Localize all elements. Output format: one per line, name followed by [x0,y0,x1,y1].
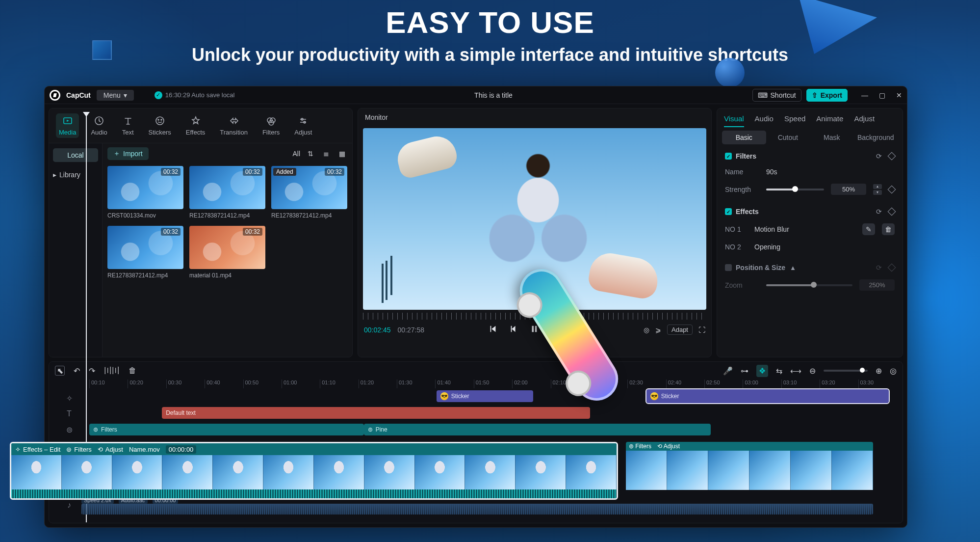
snapshot-button[interactable]: ◎ [644,326,649,334]
tab-stickers[interactable]: Stickers [146,113,174,138]
inspector-subtab-background[interactable]: Background [854,131,898,144]
zoom-in-button[interactable]: ⊕ [876,366,882,376]
inspector-tab-animate[interactable]: Animate [816,114,843,123]
right-clip-header[interactable]: ⊚ Filters ⟲ Adjust [626,442,873,451]
lane-icon-text[interactable]: T [49,406,89,422]
inspector-tab-visual[interactable]: Visual [724,114,744,123]
main-area: Media Audio Text Stickers Effects [45,104,907,357]
library-tab-local[interactable]: Local [53,148,98,162]
library-tab-library[interactable]: ▸ Library [53,171,98,179]
scope-button[interactable]: ⩾ [655,326,661,334]
zoom-value[interactable]: 250% [859,279,895,291]
shortcut-button[interactable]: ⌨ Shortcut [752,89,801,102]
reset-button[interactable]: ⟳ [876,208,882,216]
mic-button[interactable]: 🎤 [723,366,733,376]
tab-text[interactable]: Text [119,113,137,138]
delete-button[interactable]: 🗑 [129,366,136,375]
media-item[interactable]: 00:32 CRST001334.mov [107,166,183,219]
reset-button[interactable]: ⟳ [876,264,882,271]
minimize-button[interactable]: — [861,91,868,99]
effects-checkbox[interactable]: ✓ [725,208,732,215]
lane-icon-effects[interactable]: ✧ [49,390,89,406]
zoom-slider[interactable] [766,284,852,286]
project-title[interactable]: This is a title [234,91,752,99]
reset-button[interactable]: ⟳ [876,152,882,160]
sort-button[interactable]: ⇅ [305,149,316,158]
keyframe-button[interactable] [888,208,896,216]
media-item[interactable]: 00:32 RE127838721412.mp4 [107,226,183,279]
inspector-tab-adjust[interactable]: Adjust [854,114,875,123]
import-button[interactable]: ＋ Import [107,147,149,160]
keyframe-button[interactable] [888,185,896,193]
redo-button[interactable]: ↷ [89,366,95,376]
clip-tag-filters[interactable]: ⊚ Filters [66,446,91,453]
adapt-button[interactable]: Adapt [667,325,693,335]
view-list-button[interactable]: ≣ [321,149,332,158]
strength-slider[interactable] [766,189,824,190]
filters-checkbox[interactable]: ✓ [725,153,732,160]
media-item[interactable]: 00:32 RE127838721412.mp4 [189,166,265,219]
link-button[interactable]: ⊶ [741,366,748,376]
strength-value[interactable]: 50% [831,184,866,195]
step-back-button[interactable] [509,325,518,335]
right-clip-thumbnails[interactable] [626,451,873,490]
close-button[interactable]: ✕ [896,91,902,99]
clip-tag-adjust[interactable]: ⟲ Adjust [98,446,123,453]
strength-stepper[interactable]: ▴▾ [873,184,882,195]
view-grid-button[interactable]: ▦ [336,149,347,158]
possize-checkbox[interactable] [725,264,732,271]
tab-adjust-label: Adjust [294,129,312,136]
undo-button[interactable]: ↶ [74,366,80,376]
tab-transition[interactable]: Transition [217,113,251,138]
tab-text-label: Text [122,129,134,136]
filter-clip[interactable]: ⊚ Filters [89,424,364,435]
tab-filters[interactable]: Filters [259,113,283,138]
media-item[interactable]: 00:32 material 01.mp4 [189,226,265,279]
selection-tool[interactable]: ⬉ [55,366,65,376]
filters-section-label: Filters [736,152,756,160]
plus-icon: ＋ [113,149,120,158]
sticker-clip[interactable]: 😎 Sticker [437,390,534,402]
trim-button[interactable]: ⟷ [790,366,801,376]
export-button[interactable]: ⇧ Export [806,89,848,102]
clip-tag-effects[interactable]: ✧ Effects – Edit [15,446,60,453]
maximize-button[interactable]: ▢ [879,91,885,99]
ripple-button[interactable]: ⇆ [776,366,782,376]
inspector-subtab-mask[interactable]: Mask [810,131,854,144]
tab-media[interactable]: Media [56,113,79,138]
keyframe-button[interactable] [888,152,896,161]
edit-effect-button[interactable]: ✎ [862,223,875,235]
filters-icon [266,115,277,126]
magnet-button[interactable]: ❖ [756,365,768,377]
zoom-fit-button[interactable]: ◎ [890,366,897,376]
skip-back-button[interactable] [489,325,497,335]
lane-icon-filter[interactable]: ⊚ [49,422,89,437]
play-pause-button[interactable] [530,325,539,335]
filter-clip[interactable]: ⊚ Pine [364,424,711,435]
menu-button[interactable]: Menu ▾ [97,90,134,101]
fullscreen-button[interactable]: ⛶ [698,326,705,334]
filter-all[interactable]: All [292,150,300,158]
text-icon [123,115,133,126]
text-clip[interactable]: Default text [162,407,590,419]
media-item[interactable]: Added00:32 RE127838721412.mp4 [271,166,347,219]
timeline-ruler[interactable]: 00:1000:2000:3000:4000:5001:0001:1001:20… [89,379,897,388]
tab-adjust[interactable]: Adjust [291,113,315,138]
upload-icon: ⇧ [812,91,818,99]
keyframe-button[interactable] [888,264,896,272]
tab-audio[interactable]: Audio [88,113,110,138]
inspector-subtab-cutout[interactable]: Cutout [766,131,810,144]
tab-effects[interactable]: Effects [183,113,208,138]
effects-section-label: Effects [736,208,759,216]
selected-video-clip[interactable]: ✧ Effects – Edit ⊚ Filters ⟲ Adjust Name… [10,442,618,500]
zoom-out-button[interactable]: ⊖ [809,366,816,376]
inspector-tab-speed[interactable]: Speed [784,114,805,123]
inspector-tab-audio[interactable]: Audio [755,114,774,123]
timecode-total: 00:27:58 [398,326,425,334]
delete-effect-button[interactable]: 🗑 [882,223,895,235]
inspector-subtab-basic[interactable]: Basic [722,131,766,144]
split-button[interactable]: 〣〣 [104,366,120,376]
sticker-clip-selected[interactable]: 😎 Sticker [646,389,889,403]
timeline-zoom-slider[interactable] [824,370,868,372]
decor-sphere [715,58,745,87]
